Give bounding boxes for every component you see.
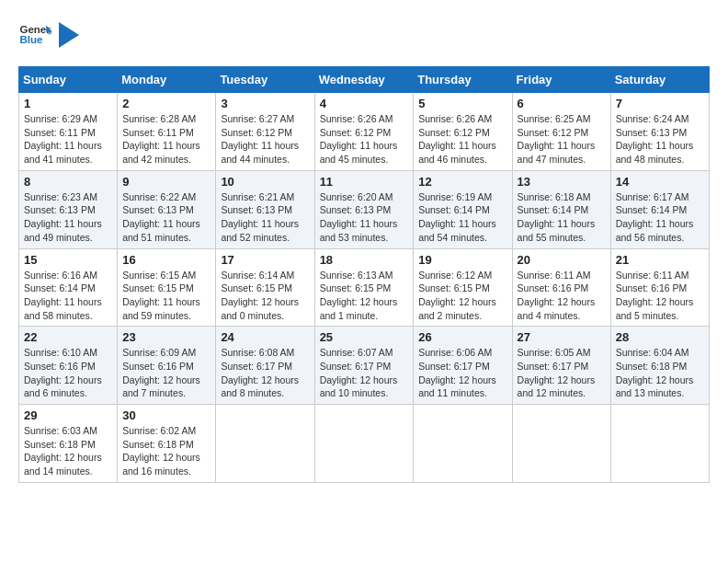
day-info: Sunrise: 6:16 AM Sunset: 6:14 PM Dayligh… [24, 270, 102, 321]
day-info: Sunrise: 6:23 AM Sunset: 6:13 PM Dayligh… [24, 191, 102, 243]
calendar-cell: 18 Sunrise: 6:13 AM Sunset: 6:15 PM Dayl… [314, 248, 414, 327]
day-info: Sunrise: 6:08 AM Sunset: 6:17 PM Dayligh… [221, 347, 299, 398]
logo: General Blue [18, 18, 79, 52]
day-info: Sunrise: 6:27 AM Sunset: 6:12 PM Dayligh… [221, 113, 299, 165]
calendar-week-row: 29 Sunrise: 6:03 AM Sunset: 6:18 PM Dayl… [19, 405, 710, 483]
day-number: 27 [518, 330, 606, 344]
calendar-cell: 12 Sunrise: 6:19 AM Sunset: 6:14 PM Dayl… [414, 170, 512, 248]
calendar-cell [512, 405, 610, 483]
day-info: Sunrise: 6:22 AM Sunset: 6:13 PM Dayligh… [122, 191, 200, 243]
day-number: 16 [122, 253, 210, 267]
calendar-cell: 22 Sunrise: 6:10 AM Sunset: 6:16 PM Dayl… [19, 327, 118, 405]
day-number: 4 [320, 97, 409, 110]
calendar-week-row: 22 Sunrise: 6:10 AM Sunset: 6:16 PM Dayl… [19, 327, 710, 405]
logo-icon: General Blue [18, 18, 51, 52]
day-info: Sunrise: 6:14 AM Sunset: 6:15 PM Dayligh… [221, 270, 299, 321]
page-header: General Blue [18, 18, 710, 52]
day-info: Sunrise: 6:02 AM Sunset: 6:18 PM Dayligh… [122, 425, 200, 477]
calendar-week-row: 15 Sunrise: 6:16 AM Sunset: 6:14 PM Dayl… [19, 248, 710, 327]
day-of-week-header: Wednesday [314, 67, 414, 93]
day-number: 29 [24, 408, 112, 422]
calendar-cell: 4 Sunrise: 6:26 AM Sunset: 6:12 PM Dayli… [314, 93, 414, 171]
day-number: 7 [616, 97, 704, 110]
day-info: Sunrise: 6:18 AM Sunset: 6:14 PM Dayligh… [518, 191, 596, 243]
calendar-cell [414, 405, 512, 483]
calendar-cell: 13 Sunrise: 6:18 AM Sunset: 6:14 PM Dayl… [512, 170, 610, 248]
day-info: Sunrise: 6:24 AM Sunset: 6:13 PM Dayligh… [616, 113, 694, 165]
calendar-cell: 27 Sunrise: 6:05 AM Sunset: 6:17 PM Dayl… [512, 327, 610, 405]
calendar-cell: 6 Sunrise: 6:25 AM Sunset: 6:12 PM Dayli… [512, 93, 610, 171]
calendar-cell: 11 Sunrise: 6:20 AM Sunset: 6:13 PM Dayl… [314, 170, 414, 248]
day-number: 20 [518, 253, 606, 267]
calendar-cell: 30 Sunrise: 6:02 AM Sunset: 6:18 PM Dayl… [118, 405, 216, 483]
day-info: Sunrise: 6:12 AM Sunset: 6:15 PM Dayligh… [418, 270, 496, 321]
day-info: Sunrise: 6:28 AM Sunset: 6:11 PM Dayligh… [122, 113, 200, 165]
day-number: 1 [24, 97, 112, 110]
day-info: Sunrise: 6:06 AM Sunset: 6:17 PM Dayligh… [418, 347, 496, 398]
day-number: 28 [616, 330, 704, 344]
day-number: 18 [320, 253, 409, 267]
day-of-week-header: Friday [512, 67, 610, 93]
day-number: 8 [24, 175, 112, 189]
day-info: Sunrise: 6:21 AM Sunset: 6:13 PM Dayligh… [221, 191, 299, 243]
day-number: 25 [320, 330, 409, 344]
logo-arrow-icon [59, 22, 79, 48]
calendar-cell: 3 Sunrise: 6:27 AM Sunset: 6:12 PM Dayli… [216, 93, 314, 171]
calendar-week-row: 8 Sunrise: 6:23 AM Sunset: 6:13 PM Dayli… [19, 170, 710, 248]
calendar-cell: 16 Sunrise: 6:15 AM Sunset: 6:15 PM Dayl… [118, 248, 216, 327]
calendar-table: SundayMondayTuesdayWednesdayThursdayFrid… [18, 66, 710, 483]
calendar-cell: 20 Sunrise: 6:11 AM Sunset: 6:16 PM Dayl… [512, 248, 610, 327]
day-number: 15 [24, 253, 112, 267]
day-number: 6 [518, 97, 606, 110]
day-info: Sunrise: 6:04 AM Sunset: 6:18 PM Dayligh… [616, 347, 694, 398]
calendar-cell: 23 Sunrise: 6:09 AM Sunset: 6:16 PM Dayl… [118, 327, 216, 405]
day-number: 23 [122, 330, 210, 344]
day-number: 30 [122, 408, 210, 422]
day-info: Sunrise: 6:07 AM Sunset: 6:17 PM Dayligh… [320, 347, 398, 398]
day-info: Sunrise: 6:11 AM Sunset: 6:16 PM Dayligh… [616, 270, 694, 321]
calendar-cell: 19 Sunrise: 6:12 AM Sunset: 6:15 PM Dayl… [414, 248, 512, 327]
day-info: Sunrise: 6:25 AM Sunset: 6:12 PM Dayligh… [518, 113, 596, 165]
calendar-cell: 1 Sunrise: 6:29 AM Sunset: 6:11 PM Dayli… [19, 93, 118, 171]
day-number: 21 [616, 253, 704, 267]
day-info: Sunrise: 6:05 AM Sunset: 6:17 PM Dayligh… [518, 347, 596, 398]
day-number: 24 [221, 330, 309, 344]
day-info: Sunrise: 6:29 AM Sunset: 6:11 PM Dayligh… [24, 113, 102, 165]
calendar-header-row: SundayMondayTuesdayWednesdayThursdayFrid… [19, 67, 710, 93]
day-info: Sunrise: 6:11 AM Sunset: 6:16 PM Dayligh… [518, 270, 596, 321]
day-of-week-header: Thursday [414, 67, 512, 93]
day-of-week-header: Monday [118, 67, 216, 93]
calendar-cell: 7 Sunrise: 6:24 AM Sunset: 6:13 PM Dayli… [610, 93, 709, 171]
day-number: 19 [418, 253, 506, 267]
day-of-week-header: Tuesday [216, 67, 314, 93]
day-info: Sunrise: 6:09 AM Sunset: 6:16 PM Dayligh… [122, 347, 200, 398]
day-number: 12 [418, 175, 506, 189]
calendar-cell: 10 Sunrise: 6:21 AM Sunset: 6:13 PM Dayl… [216, 170, 314, 248]
svg-text:Blue: Blue [19, 34, 43, 45]
day-info: Sunrise: 6:15 AM Sunset: 6:15 PM Dayligh… [122, 270, 200, 321]
calendar-cell: 9 Sunrise: 6:22 AM Sunset: 6:13 PM Dayli… [118, 170, 216, 248]
day-number: 22 [24, 330, 112, 344]
calendar-cell: 14 Sunrise: 6:17 AM Sunset: 6:14 PM Dayl… [610, 170, 709, 248]
day-number: 3 [221, 97, 309, 110]
svg-marker-4 [59, 22, 79, 48]
calendar-cell: 8 Sunrise: 6:23 AM Sunset: 6:13 PM Dayli… [19, 170, 118, 248]
calendar-cell: 15 Sunrise: 6:16 AM Sunset: 6:14 PM Dayl… [19, 248, 118, 327]
day-info: Sunrise: 6:26 AM Sunset: 6:12 PM Dayligh… [418, 113, 496, 165]
calendar-cell: 5 Sunrise: 6:26 AM Sunset: 6:12 PM Dayli… [414, 93, 512, 171]
day-number: 17 [221, 253, 309, 267]
calendar-cell: 29 Sunrise: 6:03 AM Sunset: 6:18 PM Dayl… [19, 405, 118, 483]
calendar-cell: 17 Sunrise: 6:14 AM Sunset: 6:15 PM Dayl… [216, 248, 314, 327]
day-info: Sunrise: 6:20 AM Sunset: 6:13 PM Dayligh… [320, 191, 398, 243]
calendar-cell: 24 Sunrise: 6:08 AM Sunset: 6:17 PM Dayl… [216, 327, 314, 405]
day-info: Sunrise: 6:13 AM Sunset: 6:15 PM Dayligh… [320, 270, 398, 321]
day-number: 26 [418, 330, 506, 344]
day-number: 10 [221, 175, 309, 189]
calendar-cell: 28 Sunrise: 6:04 AM Sunset: 6:18 PM Dayl… [610, 327, 709, 405]
day-number: 9 [122, 175, 210, 189]
calendar-cell [216, 405, 314, 483]
day-number: 11 [320, 175, 409, 189]
day-number: 14 [616, 175, 704, 189]
day-info: Sunrise: 6:19 AM Sunset: 6:14 PM Dayligh… [418, 191, 496, 243]
day-info: Sunrise: 6:03 AM Sunset: 6:18 PM Dayligh… [24, 425, 102, 477]
